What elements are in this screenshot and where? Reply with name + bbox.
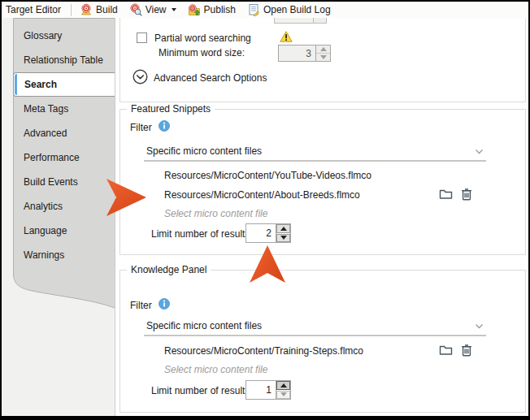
view-button[interactable]: View [124, 2, 182, 18]
spin-down-button[interactable] [276, 234, 290, 243]
sidebar-tab-analytics[interactable]: Analytics [13, 194, 115, 219]
spin-up-button[interactable] [276, 224, 290, 233]
featured-filter-dropdown[interactable]: Specific micro content files [144, 142, 486, 162]
limit-spin-buttons [276, 224, 290, 242]
selected-tab-accent [15, 74, 17, 95]
featured-snippets-group: Featured Snippets Filter Specific micro … [119, 109, 526, 255]
limit-results-label: Limit number of results: [151, 385, 253, 396]
sidebar-tab-meta-tags[interactable]: Meta Tags [13, 97, 115, 121]
build-button[interactable]: Build [74, 2, 124, 18]
knowledge-filter-dropdown[interactable]: Specific micro content files [144, 317, 486, 336]
tab-label: Language [24, 225, 67, 236]
tab-label: Warnings [24, 249, 64, 261]
browse-folder-icon[interactable] [439, 344, 453, 357]
tab-label: Relationship Table [24, 54, 103, 66]
spin-up-button[interactable] [276, 381, 290, 390]
filter-label: Filter [130, 300, 152, 311]
search-options-section: Partial word searching Minimum word size… [119, 18, 526, 102]
limit-results-value: 1 [246, 384, 276, 396]
micro-content-file-item[interactable]: Resources/MicroContent/Training-Steps.fl… [164, 345, 363, 357]
min-word-size-row: Minimum word size: [159, 47, 245, 58]
sidebar-tab-performance[interactable]: Performance [13, 145, 115, 170]
select-micro-content-placeholder[interactable]: Select micro content file [164, 208, 267, 219]
sidebar-tab-language[interactable]: Language [13, 219, 115, 243]
spin-down-icon [316, 54, 330, 61]
toolbar: Target Editor Build View [2, 2, 528, 19]
sidebar-tab-glossary[interactable]: Glossary [13, 24, 115, 48]
partial-word-checkbox[interactable] [137, 32, 147, 43]
view-dropdown-caret-icon[interactable] [172, 8, 176, 11]
limit-spin-buttons [276, 381, 290, 399]
advanced-search-options-toggle[interactable]: Advanced Search Options [132, 69, 267, 87]
sidebar-tab-search[interactable]: Search [13, 72, 116, 97]
tab-label: Search [24, 79, 57, 90]
knowledge-filter-row: Filter [130, 298, 170, 312]
search-settings-panel: Partial word searching Minimum word size… [115, 18, 528, 416]
toolbar-title: Target Editor [2, 4, 68, 15]
view-button-label: View [146, 4, 167, 15]
info-icon[interactable] [159, 298, 170, 312]
spin-up-icon [316, 45, 330, 54]
limit-results-spinner[interactable]: 1 [245, 380, 291, 400]
delete-trash-icon[interactable] [461, 188, 472, 201]
min-word-size-label: Minimum word size: [159, 47, 245, 58]
featured-filter-row: Filter [130, 120, 170, 134]
view-target-icon [129, 3, 142, 16]
spin-down-button[interactable] [276, 391, 290, 400]
target-editor-window: Target Editor Build View [2, 2, 528, 416]
toolbar-separator [71, 4, 72, 16]
partial-word-label: Partial word searching [154, 32, 251, 44]
sidebar-tabs: Glossary Relationship Table Search Meta … [13, 18, 116, 267]
advanced-search-options-label: Advanced Search Options [154, 72, 267, 84]
file-row-actions [439, 344, 472, 357]
knowledge-panel-group: Knowledge Panel Filter Specific micro co… [119, 270, 526, 413]
select-micro-content-placeholder[interactable]: Select micro content file [164, 364, 267, 375]
publish-button-label: Publish [204, 4, 236, 15]
build-button-label: Build [96, 4, 118, 15]
featured-snippets-title: Featured Snippets [127, 103, 215, 115]
tab-label: Meta Tags [24, 103, 68, 115]
sidebar-tab-relationship-table[interactable]: Relationship Table [13, 48, 115, 72]
limit-results-spinner[interactable]: 2 [245, 223, 291, 243]
chevron-circle-icon [132, 69, 148, 87]
tab-label: Performance [24, 152, 80, 163]
publish-button[interactable]: Publish [182, 2, 241, 18]
open-build-log-label: Open Build Log [263, 4, 331, 15]
chevron-down-icon [475, 145, 484, 157]
open-build-log-button[interactable]: Open Build Log [241, 2, 337, 18]
sidebar-tab-warnings[interactable]: Warnings [13, 243, 115, 267]
publish-target-icon [188, 3, 201, 16]
browse-folder-icon[interactable] [439, 188, 453, 201]
sidebar-tab-build-events[interactable]: Build Events [13, 170, 115, 194]
partial-word-row: Partial word searching [137, 31, 293, 45]
min-word-size-value: 3 [279, 48, 315, 59]
limit-results-value: 2 [246, 227, 276, 239]
dropdown-value: Specific micro content files [146, 145, 262, 157]
tab-label: Analytics [24, 201, 63, 212]
limit-results-label: Limit number of results: [151, 228, 253, 240]
build-target-icon [80, 3, 93, 16]
warning-icon [280, 31, 293, 45]
tab-label: Glossary [24, 30, 62, 41]
knowledge-panel-title: Knowledge Panel [127, 264, 211, 275]
min-word-size-spin-buttons [315, 45, 330, 61]
chevron-down-icon [475, 320, 484, 331]
micro-content-file-item[interactable]: Resources/MicroContent/YouTube-Videos.fl… [164, 170, 371, 181]
tab-label: Advanced [24, 128, 67, 139]
delete-trash-icon[interactable] [461, 344, 472, 357]
info-icon[interactable] [159, 120, 170, 134]
sidebar-tab-advanced[interactable]: Advanced [13, 121, 115, 145]
micro-content-file-item[interactable]: Resources/MicroContent/About-Breeds.flmc… [164, 189, 360, 201]
file-row-actions [439, 188, 472, 201]
tab-label: Build Events [24, 176, 78, 188]
dropdown-value: Specific micro content files [146, 320, 262, 331]
build-log-icon [247, 3, 260, 16]
filter-label: Filter [130, 122, 152, 133]
cutoff-spinner [274, 18, 327, 24]
min-word-size-spinner: 3 [278, 45, 331, 62]
